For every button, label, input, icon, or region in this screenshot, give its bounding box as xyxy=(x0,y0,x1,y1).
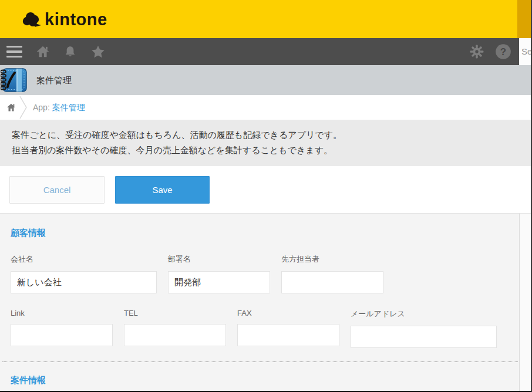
breadcrumb-home-icon[interactable] xyxy=(6,102,16,113)
field-label: FAX xyxy=(237,309,339,317)
breadcrumb: App: 案件管理 xyxy=(0,95,531,120)
field-label: Link xyxy=(11,309,113,317)
field-tel: TEL xyxy=(124,309,226,348)
field-department-name: 部署名 xyxy=(168,254,270,293)
notebook-app-icon xyxy=(1,67,28,93)
svg-text:?: ? xyxy=(500,46,506,58)
record-form: 顧客情報 会社名 部署名 先方担当者 Link xyxy=(0,214,520,391)
company-name-input[interactable] xyxy=(11,271,157,293)
app-title: 案件管理 xyxy=(36,75,72,86)
breadcrumb-prefix: App: xyxy=(33,103,52,112)
email-input[interactable] xyxy=(351,326,497,348)
field-label: 部署名 xyxy=(168,254,270,265)
brand-header: kintone xyxy=(0,0,531,38)
tel-input[interactable] xyxy=(124,324,226,346)
hamburger-menu-icon[interactable] xyxy=(6,38,22,65)
record-edit-area: 顧客情報 会社名 部署名 先方担当者 Link xyxy=(0,213,531,391)
breadcrumb-chevron-icon xyxy=(18,95,29,120)
kintone-logo[interactable]: kintone xyxy=(21,10,107,29)
form-row-1: 会社名 部署名 先方担当者 xyxy=(11,254,519,293)
breadcrumb-text: App: 案件管理 xyxy=(33,103,85,113)
section-title-case-info: 案件情報 xyxy=(11,375,519,386)
contact-person-input[interactable] xyxy=(281,271,383,293)
kintone-logo-text: kintone xyxy=(45,10,107,29)
field-label: メールアドレス xyxy=(351,309,497,319)
fax-input[interactable] xyxy=(237,324,339,346)
breadcrumb-app-link[interactable]: 案件管理 xyxy=(52,103,85,112)
form-row-2: Link TEL FAX メールアドレス xyxy=(11,309,519,348)
app-header: 案件管理 xyxy=(0,65,531,95)
header-accent-strip xyxy=(517,0,531,38)
cancel-button[interactable]: Cancel xyxy=(9,176,105,204)
settings-gear-icon[interactable] xyxy=(468,38,486,65)
section-divider xyxy=(2,361,518,362)
section-title-customer-info: 顧客情報 xyxy=(11,228,519,239)
link-input[interactable] xyxy=(11,324,113,346)
help-icon[interactable]: ? xyxy=(494,38,512,65)
favorites-star-icon[interactable] xyxy=(89,38,107,65)
field-company-name: 会社名 xyxy=(11,254,157,293)
kintone-cloud-icon xyxy=(21,11,42,29)
description-line-1: 案件ごとに、受注の確度や金額はもちろん、活動の履歴も記録できるアプリです。 xyxy=(12,127,531,143)
field-label: TEL xyxy=(124,309,226,317)
department-name-input[interactable] xyxy=(168,271,270,293)
app-description: 案件ごとに、受注の確度や金額はもちろん、活動の履歴も記録できるアプリです。 担当… xyxy=(0,120,531,166)
field-label: 先方担当者 xyxy=(281,254,383,265)
record-action-bar: Cancel Save xyxy=(0,166,531,213)
field-label: 会社名 xyxy=(11,254,157,265)
field-link: Link xyxy=(11,309,113,348)
kintone-window: kintone xyxy=(0,0,532,392)
field-email: メールアドレス xyxy=(351,309,497,348)
home-icon[interactable] xyxy=(35,38,51,65)
global-navbar: ? Se xyxy=(0,38,531,65)
field-fax: FAX xyxy=(237,309,339,348)
save-button[interactable]: Save xyxy=(115,176,210,204)
description-line-2: 担当者別の案件数やその確度、今月の売上金額などを集計することもできます。 xyxy=(12,143,531,158)
right-gutter xyxy=(520,214,531,391)
notifications-bell-icon[interactable] xyxy=(62,38,78,65)
field-contact-person: 先方担当者 xyxy=(281,254,383,293)
